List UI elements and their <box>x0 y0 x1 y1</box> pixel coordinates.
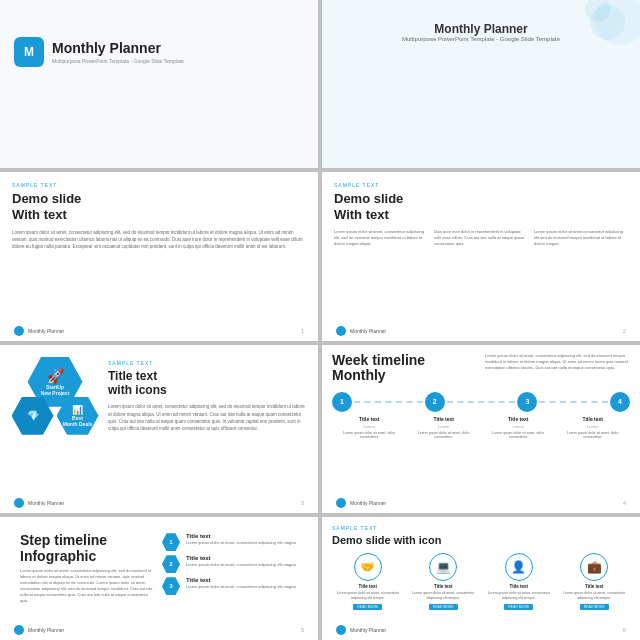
slide-5-text: SAMPLE TEXT Title text with icons Lorem … <box>108 360 308 433</box>
timeline-header: Week timeline Monthly Lorem ipsum dolor … <box>332 353 630 384</box>
icon-4-btn[interactable]: READ MORE <box>580 604 609 610</box>
slide-4-col1: Lorem ipsum dolor sit amet, consectetur … <box>334 229 428 247</box>
tl-item-4-title: Title text <box>558 416 629 422</box>
timeline-row: 1 2 3 4 <box>332 392 630 412</box>
tl-item-1: Title text Lorem Lorem ipsum dolor sit a… <box>332 416 407 441</box>
step-timeline: Step timeline Infographic Lorem ipsum do… <box>10 525 308 622</box>
step-left: Step timeline Infographic Lorem ipsum do… <box>20 533 156 604</box>
slide-4-page: 2 <box>623 328 626 334</box>
step-1-title: Title text <box>186 533 297 539</box>
tl-line-3 <box>539 401 608 403</box>
tl-item-1-title: Title text <box>334 416 405 422</box>
step-3-text: Lorem ipsum dolor sit amet, consectetur … <box>186 584 297 590</box>
icon-grid: 🤝 Title text Lorem ipsum dolor sit amet,… <box>332 553 630 610</box>
step-2-title: Title text <box>186 555 297 561</box>
slide-6-footer: Monthly Planner 4 <box>336 498 626 508</box>
icon-4-text: Lorem ipsum dolor sit amet, consectetur … <box>559 591 631 601</box>
slide-4-col3: Lorem ipsum dolor sit amet consectetur a… <box>534 229 628 247</box>
slide-4-brand: Monthly Planner <box>350 328 386 334</box>
tl-dot-3: 3 <box>517 392 537 412</box>
slide-8: SAMPLE TEXT Demo slide with icon 🤝 Title… <box>322 517 640 640</box>
slide-1: M Monthly Planner Multipurpose PowerPoin… <box>0 0 318 168</box>
slide-3-body: Lorem ipsum dolor sit amet, consectetur … <box>12 229 306 251</box>
slide-5-body: Lorem ipsum dolor sit amet, consectetur … <box>108 403 308 432</box>
icon-1-text: Lorem ipsum dolor sit amet, consectetur … <box>332 591 404 601</box>
slide-3-footer: Monthly Planner 1 <box>14 326 304 336</box>
hex-startup-label: StartUpNew Project <box>41 384 70 396</box>
icon-4-title: Title text <box>585 584 603 589</box>
tl-line-2 <box>447 401 516 403</box>
slide-4-heading: Demo slide With text <box>334 191 628 222</box>
slide-2-subtitle: Multipurpose PowerPoint Template - Googl… <box>402 36 560 42</box>
slide-8-footer: Monthly Planner 6 <box>336 625 626 635</box>
slide-4-cols: Lorem ipsum dolor sit amet, consectetur … <box>334 229 628 247</box>
icon-handshake: 🤝 <box>354 553 382 581</box>
slide-7: Step timeline Infographic Lorem ipsum do… <box>0 517 318 640</box>
slide-3-heading: Demo slide With text <box>12 191 306 222</box>
tl-item-3-text: Lorem ipsum dolor sit amet, dolor consec… <box>483 431 554 441</box>
icon-1-btn[interactable]: READ MORE <box>353 604 382 610</box>
icon-3-btn[interactable]: READ MORE <box>504 604 533 610</box>
step-title: Step timeline Infographic <box>20 533 156 564</box>
tl-item-4-text: Lorem ipsum dolor sit amet, dolor consec… <box>558 431 629 441</box>
step-body: Lorem ipsum dolor sit amet, consectetur … <box>20 568 156 604</box>
step-item-3: 3 Title text Lorem ipsum dolor sit amet,… <box>162 577 298 595</box>
footer-dot-3 <box>14 326 24 336</box>
icon-3-title: Title text <box>510 584 528 589</box>
slide-5-content: 🚀 StartUpNew Project 💎 📊 BestMonth Deals <box>10 357 308 435</box>
tl-item-4: Title text Lorem Lorem ipsum dolor sit a… <box>556 416 631 441</box>
timeline-items: Title text Lorem Lorem ipsum dolor sit a… <box>332 416 630 441</box>
slide-3-tag: SAMPLE TEXT <box>12 182 306 188</box>
icon-person: 👤 <box>505 553 533 581</box>
icon-card-3: 👤 Title text Lorem ipsum dolor sit amet,… <box>483 553 555 610</box>
step-right: 1 Title text Lorem ipsum dolor sit amet,… <box>162 533 298 604</box>
hex-deals-label: BestMonth Deals <box>63 415 93 427</box>
slide-8-page: 6 <box>623 627 626 633</box>
footer-dot-5 <box>14 498 24 508</box>
slide-1-subtitle: Multipurpose PowerPoint Template - Googl… <box>52 58 184 64</box>
step-item-1: 1 Title text Lorem ipsum dolor sit amet,… <box>162 533 298 551</box>
step-3-title: Title text <box>186 577 297 583</box>
slide-4: SAMPLE TEXT Demo slide With text Lorem i… <box>322 172 640 340</box>
tl-item-1-sub: Lorem <box>334 424 405 429</box>
slide-5-brand: Monthly Planner <box>28 500 64 506</box>
footer-dot-8 <box>336 625 346 635</box>
tl-item-3-title: Title text <box>483 416 554 422</box>
icon-2-text: Lorem ipsum dolor sit amet, consectetur … <box>408 591 480 601</box>
slide-6-brand: Monthly Planner <box>350 500 386 506</box>
slide-2-inner: Monthly Planner Multipurpose PowerPoint … <box>328 6 634 162</box>
tl-item-2-text: Lorem ipsum dolor sit amet, dolor consec… <box>409 431 480 441</box>
tl-item-2: Title text Lorem Lorem ipsum dolor sit a… <box>407 416 482 441</box>
step-2-text: Lorem ipsum dolor sit amet, consectetur … <box>186 562 297 568</box>
hexagon-group: 🚀 StartUpNew Project 💎 📊 BestMonth Deals <box>10 357 100 435</box>
slide-5: 🚀 StartUpNew Project 💎 📊 BestMonth Deals <box>0 345 318 513</box>
slide-6-page: 4 <box>623 500 626 506</box>
tl-item-4-sub: Lorem <box>558 424 629 429</box>
step-num-1: 1 <box>162 533 180 551</box>
slide-8-brand: Monthly Planner <box>350 627 386 633</box>
slide-6: Week timeline Monthly Lorem ipsum dolor … <box>322 345 640 513</box>
step-1-text: Lorem ipsum dolor sit amet, consectetur … <box>186 540 297 546</box>
tl-item-1-text: Lorem ipsum dolor sit amet, dolor consec… <box>334 431 405 441</box>
slide-5-page: 3 <box>301 500 304 506</box>
tl-line-1 <box>354 401 423 403</box>
tl-item-3: Title text Lorem Lorem ipsum dolor sit a… <box>481 416 556 441</box>
icon-briefcase: 💼 <box>580 553 608 581</box>
tl-dot-1: 1 <box>332 392 352 412</box>
tl-item-2-sub: Lorem <box>409 424 480 429</box>
step-num-2: 2 <box>162 555 180 573</box>
slide-4-footer: Monthly Planner 2 <box>336 326 626 336</box>
icon-2-btn[interactable]: READ MORE <box>429 604 458 610</box>
icon-1-title: Title text <box>359 584 377 589</box>
footer-dot-7 <box>14 625 24 635</box>
footer-dot-4 <box>336 326 346 336</box>
slide-3-page: 1 <box>301 328 304 334</box>
logo-hex: M <box>14 37 44 67</box>
slide-4-tag: SAMPLE TEXT <box>334 182 628 188</box>
icon-card-2: 💻 Title text Lorem ipsum dolor sit amet,… <box>408 553 480 610</box>
tl-dot-4: 4 <box>610 392 630 412</box>
logo-area: M Monthly Planner Multipurpose PowerPoin… <box>14 37 304 67</box>
slide-3-brand: Monthly Planner <box>28 328 64 334</box>
slides-grid: M Monthly Planner Multipurpose PowerPoin… <box>0 0 640 640</box>
slide-5-tag: SAMPLE TEXT <box>108 360 308 366</box>
